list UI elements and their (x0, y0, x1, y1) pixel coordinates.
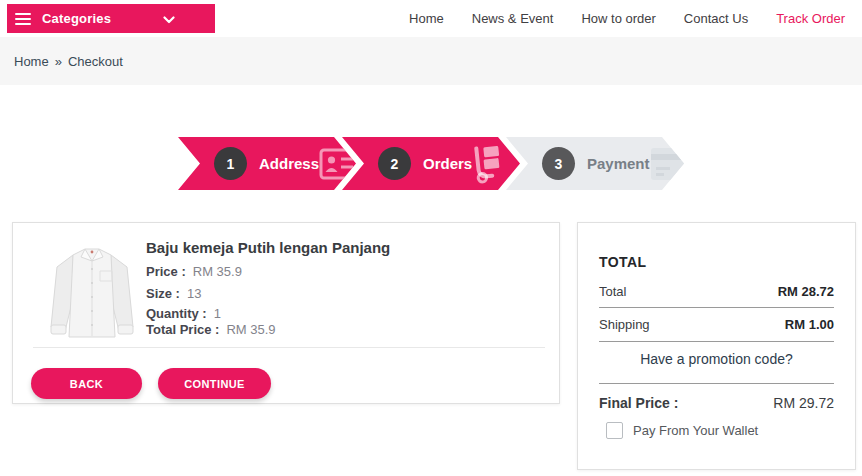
breadcrumb-current: Checkout (68, 54, 123, 69)
final-price-label: Final Price : (599, 395, 678, 411)
product-image-shirt (43, 239, 141, 347)
nav-link-news-event[interactable]: News & Event (472, 11, 554, 26)
field-quantity-value: 1 (214, 306, 221, 321)
field-size-value: 13 (187, 286, 201, 301)
order-summary-card: TOTAL Total RM 28.72 Shipping RM 1.00 Ha… (577, 222, 856, 470)
nav-link-home[interactable]: Home (409, 11, 444, 26)
nav-link-how-to-order[interactable]: How to order (581, 11, 655, 26)
step-orders[interactable]: 2 Orders (342, 137, 520, 190)
product-fields: Price : RM 35.9 Size : 13 Quantity : 1 T… (146, 264, 276, 337)
back-button[interactable]: BACK (31, 368, 142, 399)
categories-label: Categories (42, 11, 111, 26)
categories-button[interactable]: Categories (7, 4, 215, 33)
hamburger-icon (15, 10, 31, 28)
breadcrumb-home-link[interactable]: Home (14, 54, 49, 69)
step-payment-label: Payment (587, 155, 650, 172)
step-address-number: 1 (214, 147, 247, 180)
card-divider (33, 347, 545, 348)
field-quantity-label: Quantity : (146, 306, 207, 321)
step-orders-label: Orders (423, 155, 472, 172)
trolley-icon (472, 145, 506, 183)
step-payment-number: 3 (542, 147, 575, 180)
field-total-price-value: RM 35.9 (226, 322, 275, 337)
top-header: Categories Home News & Event How to orde… (0, 0, 862, 37)
credit-card-icon (650, 145, 696, 183)
promotion-code-link[interactable]: Have a promotion code? (578, 351, 855, 367)
final-price-value: RM 29.72 (773, 395, 834, 411)
summary-shipping-label: Shipping (599, 317, 650, 332)
field-price: Price : RM 35.9 (146, 264, 276, 279)
summary-shipping-value: RM 1.00 (785, 317, 834, 332)
summary-row-shipping: Shipping RM 1.00 (599, 317, 834, 332)
breadcrumb: Home » Checkout (0, 37, 862, 85)
chevron-down-icon (163, 10, 175, 28)
summary-total-label: Total (599, 284, 626, 299)
summary-divider (599, 383, 834, 384)
summary-divider (599, 307, 834, 308)
order-item-card: Baju kemeja Putih lengan Panjang Price :… (12, 222, 560, 404)
field-total-price-label: Total Price : (146, 322, 219, 337)
breadcrumb-separator: » (55, 54, 62, 69)
summary-row-final-price: Final Price : RM 29.72 (599, 395, 834, 411)
step-address[interactable]: 1 Address (178, 137, 356, 190)
nav-link-contact-us[interactable]: Contact Us (684, 11, 748, 26)
step-payment: 3 Payment (506, 137, 684, 190)
summary-row-total: Total RM 28.72 (599, 284, 834, 299)
continue-button[interactable]: CONTINUE (158, 368, 271, 399)
main-nav: Home News & Event How to order Contact U… (409, 0, 845, 37)
field-size-label: Size : (146, 286, 180, 301)
checkout-steps: 1 Address 2 Orders 3 Payment (178, 137, 684, 190)
wallet-option: Pay From Your Wallet (606, 422, 758, 439)
summary-heading: TOTAL (599, 254, 646, 270)
summary-divider (599, 341, 834, 342)
nav-link-track-order[interactable]: Track Order (776, 11, 845, 26)
step-orders-number: 2 (378, 147, 411, 180)
field-price-label: Price : (146, 264, 186, 279)
step-address-label: Address (259, 155, 319, 172)
wallet-label: Pay From Your Wallet (633, 423, 758, 438)
summary-total-value: RM 28.72 (778, 284, 834, 299)
product-title: Baju kemeja Putih lengan Panjang (146, 239, 390, 256)
field-quantity: Quantity : 1 (146, 306, 276, 321)
wallet-checkbox[interactable] (606, 422, 623, 439)
field-price-value: RM 35.9 (193, 264, 242, 279)
field-size: Size : 13 (146, 286, 276, 301)
field-total-price: Total Price : RM 35.9 (146, 322, 276, 337)
